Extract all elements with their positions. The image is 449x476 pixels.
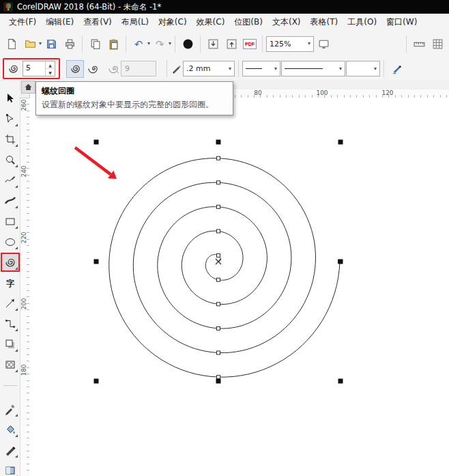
magnifier-icon — [4, 154, 16, 166]
transparency-tool[interactable] — [2, 356, 18, 373]
menu-object[interactable]: 对象(C) — [154, 14, 192, 30]
spiral-object[interactable] — [109, 158, 340, 377]
connector-icon — [4, 318, 16, 330]
symmetric-spiral-button[interactable] — [66, 60, 84, 78]
ruler-icon — [414, 38, 425, 50]
canvas-scene[interactable] — [29, 98, 449, 476]
spinner-up-button[interactable]: ▲ — [46, 61, 55, 69]
dimension-tool[interactable] — [2, 295, 18, 311]
menu-tools[interactable]: 工具(O) — [343, 14, 381, 30]
undo-button[interactable]: ↶ — [130, 35, 147, 53]
interactive-fill-tool[interactable] — [2, 462, 18, 476]
selection-handle[interactable] — [338, 140, 343, 145]
canvas[interactable] — [29, 98, 449, 476]
selection-handle[interactable] — [94, 260, 99, 264]
ruler-label: 260 — [20, 98, 27, 112]
smart-fill-tool[interactable] — [2, 421, 18, 438]
selection-handle[interactable] — [338, 260, 343, 264]
spiral-node[interactable] — [217, 351, 220, 354]
toolbar-separator — [406, 36, 407, 53]
zoom-level-combo[interactable]: 125% ▾ — [266, 36, 314, 52]
fullscreen-preview-button[interactable] — [315, 35, 332, 53]
ellipse-tool[interactable] — [2, 234, 18, 250]
connector-tool[interactable] — [2, 316, 18, 332]
selection-handle[interactable] — [338, 379, 343, 384]
tooltip-body: 设置新的螺纹对象中要显示的完整的圆形回圈。 — [42, 99, 227, 110]
spinner-down-button[interactable]: ▼ — [46, 69, 55, 76]
crop-tool[interactable] — [2, 131, 18, 148]
menu-edit[interactable]: 编辑(E) — [41, 14, 78, 30]
chevron-down-icon: ▾ — [339, 66, 342, 72]
outline-pen-tool[interactable] — [2, 442, 18, 458]
copy-button[interactable] — [86, 35, 104, 53]
spiral-node[interactable] — [217, 229, 220, 233]
selection-handle[interactable] — [94, 140, 99, 145]
save-icon — [46, 38, 57, 50]
titlebar: CorelDRAW 2018 (64-Bit) - 未命名 -1* — [0, 0, 449, 14]
print-button[interactable] — [61, 35, 78, 53]
import-icon — [207, 38, 219, 50]
search-content-button[interactable] — [179, 35, 197, 53]
quick-customize-button[interactable] — [388, 60, 405, 78]
drop-shadow-tool[interactable] — [2, 336, 18, 352]
menu-table[interactable]: 表格(T) — [306, 14, 343, 30]
pick-tool[interactable] — [2, 90, 18, 107]
import-button[interactable] — [204, 35, 222, 53]
open-document-button[interactable] — [21, 35, 39, 53]
menu-view[interactable]: 查看(V) — [78, 14, 117, 30]
spiral-node[interactable] — [217, 278, 220, 281]
show-rulers-button[interactable] — [410, 35, 428, 53]
logarithmic-spiral-button[interactable] — [85, 60, 102, 78]
selection-handle[interactable] — [94, 379, 99, 384]
spiral-node[interactable] — [217, 181, 220, 184]
shape-tool[interactable] — [2, 111, 18, 127]
end-arrowhead-combo[interactable]: ▾ — [346, 61, 380, 76]
save-button[interactable] — [42, 35, 60, 53]
selection-handle[interactable] — [216, 379, 221, 384]
new-document-button[interactable] — [3, 35, 20, 53]
toolbox-separator — [3, 385, 17, 386]
toolbar-separator — [126, 36, 126, 53]
freehand-tool[interactable] — [2, 172, 18, 188]
spiral-node[interactable] — [217, 376, 220, 379]
transparency-checker-icon — [4, 359, 16, 371]
start-arrowhead-combo[interactable]: ▾ — [242, 61, 280, 76]
spiral-node[interactable] — [217, 156, 220, 160]
toolbar-separator — [82, 36, 83, 53]
menu-window[interactable]: 窗口(W) — [381, 14, 422, 30]
paste-button[interactable] — [104, 35, 122, 53]
export-button[interactable] — [222, 35, 240, 53]
welcome-screen-tab[interactable] — [21, 81, 35, 94]
spiral-node[interactable] — [217, 303, 220, 306]
show-grid-button[interactable] — [429, 35, 446, 53]
outline-style-combo[interactable]: ▾ — [281, 61, 345, 76]
ruler-label: 200 — [20, 297, 27, 311]
spiral-node[interactable] — [217, 326, 220, 330]
menu-text[interactable]: 文本(X) — [267, 14, 306, 30]
spiral-node[interactable] — [217, 254, 220, 257]
redo-button[interactable]: ↷ — [151, 35, 169, 53]
outline-width-icon — [171, 63, 182, 74]
vertical-ruler[interactable]: 260 240 220 200 180 — [20, 98, 30, 476]
chevron-down-icon[interactable]: ▾ — [39, 41, 42, 46]
menu-file[interactable]: 文件(F) — [4, 14, 41, 30]
rectangle-tool[interactable] — [2, 213, 18, 229]
selection-handle[interactable] — [216, 140, 221, 145]
artistic-media-tool[interactable] — [2, 193, 18, 209]
publish-pdf-button[interactable]: PDF — [241, 35, 259, 53]
chevron-down-icon[interactable]: ▾ — [169, 41, 171, 46]
color-eyedropper-tool[interactable] — [2, 401, 18, 417]
outline-width-combo[interactable]: .2 mm ▾ — [183, 61, 235, 76]
spiral-revolutions-spinner[interactable]: 5 ▲ ▼ — [23, 61, 55, 76]
text-tool[interactable]: 字 — [2, 275, 18, 291]
chevron-down-icon: ▾ — [229, 66, 231, 72]
zoom-tool[interactable] — [2, 152, 18, 168]
menu-bitmaps[interactable]: 位图(B) — [229, 14, 267, 30]
spiral-tool[interactable] — [2, 254, 18, 270]
menu-effects[interactable]: 效果(C) — [192, 14, 230, 30]
menu-layout[interactable]: 布局(L) — [117, 14, 154, 30]
object-center-marker[interactable] — [216, 259, 221, 264]
chevron-down-icon[interactable]: ▾ — [147, 41, 150, 46]
spiral-icon — [4, 256, 16, 268]
spiral-node[interactable] — [217, 205, 220, 208]
